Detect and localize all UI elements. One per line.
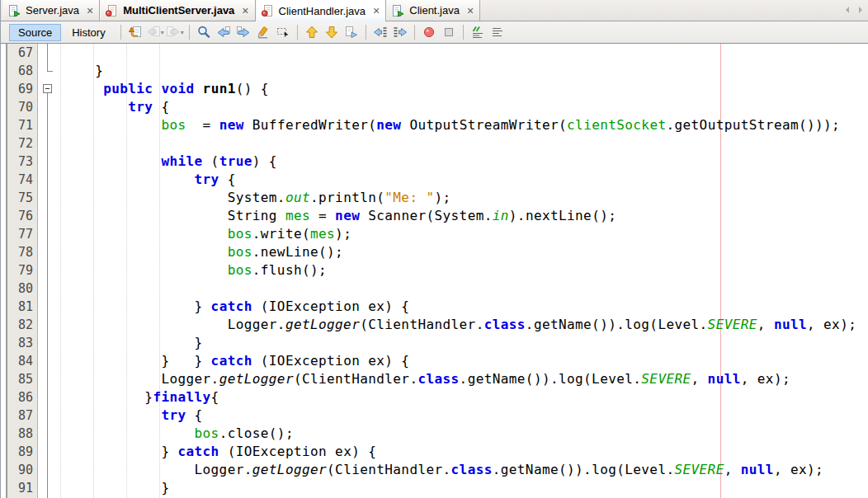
tab-label: Server.java: [24, 4, 81, 16]
line-number: 76: [7, 207, 37, 225]
code-token: [195, 81, 203, 96]
code-token: void: [161, 81, 194, 96]
code-token: }: [62, 389, 153, 405]
previous-bookmark-icon[interactable]: [302, 23, 322, 41]
code-line-73[interactable]: while (true) {: [38, 153, 868, 171]
code-token: OutputStreamWriter(: [401, 117, 567, 133]
code-line-91[interactable]: }: [38, 479, 868, 497]
code-line-77[interactable]: bos.write(mes);: [38, 225, 868, 243]
code-line-75[interactable]: System.out.println("Me: ");: [38, 189, 868, 207]
code-line-69[interactable]: public void run1() {: [38, 80, 868, 98]
code-token: SEVERE: [674, 462, 724, 477]
toolbar-separator: [463, 25, 464, 40]
code-token: BufferedWriter(: [244, 117, 377, 133]
code-line-76[interactable]: String mes = new Scanner(System.in).next…: [38, 207, 868, 225]
code-line-78[interactable]: bos.newLine();: [38, 243, 868, 261]
tab-strip: Server.java×MultiClientServer.java×Clien…: [2, 0, 480, 21]
uncomment-icon[interactable]: [488, 23, 507, 41]
code-token: run1: [203, 81, 236, 96]
code-line-87[interactable]: try {: [38, 406, 868, 425]
tab-label: Client.java: [408, 4, 461, 16]
close-icon[interactable]: ×: [467, 5, 474, 16]
next-bookmark-icon[interactable]: [322, 23, 342, 41]
last-edit-location-icon[interactable]: [125, 23, 145, 41]
line-number: 70: [7, 98, 37, 116]
chevron-right-icon[interactable]: [856, 3, 865, 18]
code-line-71[interactable]: bos = new BufferedWriter(new OutputStrea…: [38, 116, 868, 134]
code-editor[interactable]: 6768697071727374757677787980818283848586…: [1, 44, 868, 498]
rectangular-selection-icon[interactable]: [273, 23, 293, 41]
code-line-89[interactable]: } catch (IOException ex) {: [38, 443, 868, 461]
code-line-79[interactable]: bos.flush();: [38, 261, 868, 280]
code-line-68[interactable]: }: [38, 62, 868, 80]
toolbar-separator: [366, 25, 366, 40]
tab-server-java[interactable]: Server.java×: [2, 0, 100, 21]
forward-icon[interactable]: ▾: [165, 23, 185, 41]
code-line-88[interactable]: bos.close();: [38, 425, 868, 443]
source-button[interactable]: Source: [9, 24, 61, 41]
code-token: {: [186, 407, 203, 423]
find-selection-icon[interactable]: [194, 23, 214, 41]
code-token: } }: [62, 353, 211, 369]
code-token: [62, 425, 195, 441]
netbeans-editor-window: Server.java×MultiClientServer.java×Clien…: [0, 0, 868, 498]
close-icon[interactable]: ×: [373, 5, 380, 16]
comment-icon[interactable]: [468, 23, 488, 41]
code-line-81[interactable]: } catch (IOException ex) {: [38, 298, 868, 316]
previous-occurrence-icon[interactable]: [214, 23, 234, 41]
code-token: ,: [724, 462, 741, 477]
code-line-72[interactable]: [38, 134, 868, 153]
code-line-80[interactable]: [38, 280, 868, 298]
code-token: (IOException ex) {: [219, 444, 377, 459]
code-token: .getName()).log(Level.: [526, 317, 708, 332]
line-number: 78: [7, 243, 37, 261]
code-token: }: [62, 480, 169, 496]
line-number: 91: [7, 479, 37, 497]
code-token: .getName()).log(Level.: [460, 371, 642, 387]
code-line-84[interactable]: } } catch (IOException ex) {: [38, 352, 868, 370]
tab-clienthandler-java[interactable]: ClientHandler.java×: [256, 0, 387, 21]
code-token: getLogger: [252, 462, 327, 477]
back-icon[interactable]: ▾: [145, 23, 165, 41]
code-pane[interactable]: } public void run1() { try { bos = new B…: [38, 44, 868, 498]
line-number: 80: [7, 280, 37, 298]
code-token: null: [708, 371, 741, 387]
code-line-83[interactable]: }: [38, 334, 868, 352]
toggle-highlight-search-icon[interactable]: [253, 23, 273, 41]
code-token: [153, 81, 161, 96]
code-line-86[interactable]: }finally{: [38, 388, 868, 406]
code-token: try: [195, 171, 219, 187]
code-token: .write(: [252, 226, 310, 242]
close-icon[interactable]: ×: [87, 5, 93, 16]
shift-line-left-icon[interactable]: [370, 23, 390, 41]
code-token: }: [62, 335, 203, 350]
line-number: 68: [7, 62, 37, 80]
code-token: [62, 81, 103, 96]
code-line-74[interactable]: try {: [38, 171, 868, 189]
next-occurrence-icon[interactable]: [234, 23, 253, 41]
line-number: 72: [7, 134, 37, 153]
code-token: getLogger: [219, 371, 294, 387]
history-button[interactable]: History: [63, 24, 114, 41]
line-number: 89: [7, 443, 37, 461]
record-macro-icon[interactable]: [419, 23, 439, 41]
chevron-left-icon[interactable]: [843, 3, 851, 18]
tab-multiclientserver-java[interactable]: MultiClientServer.java×: [100, 0, 255, 21]
code-token: clientSocket: [567, 117, 666, 133]
code-line-90[interactable]: Logger.getLogger(ClientHandler.class.get…: [38, 461, 868, 479]
code-token: );: [335, 226, 351, 242]
close-icon[interactable]: ×: [242, 5, 248, 16]
code-line-82[interactable]: Logger.getLogger(ClientHandler.class.get…: [38, 316, 868, 334]
line-number-gutter[interactable]: 6768697071727374757677787980818283848586…: [7, 44, 38, 498]
code-token: [62, 407, 161, 423]
code-line-85[interactable]: Logger.getLogger(ClientHandler.class.get…: [38, 370, 868, 388]
code-token: new: [335, 208, 360, 223]
code-line-70[interactable]: try {: [38, 98, 868, 116]
stop-macro-icon[interactable]: [439, 23, 459, 41]
shift-line-right-icon[interactable]: [390, 23, 410, 41]
tab-client-java[interactable]: Client.java×: [386, 0, 480, 21]
toggle-bookmark-icon[interactable]: [342, 23, 361, 41]
code-token: new: [219, 117, 244, 133]
code-line-67[interactable]: [38, 44, 868, 62]
code-token: =: [310, 208, 335, 223]
